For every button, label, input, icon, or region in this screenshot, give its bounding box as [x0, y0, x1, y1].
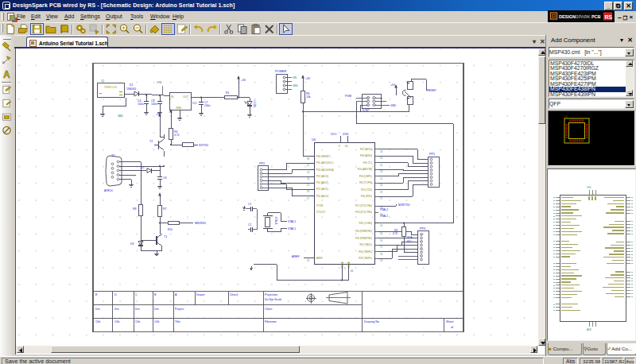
svg-text:18: 18	[380, 149, 382, 153]
svg-text:12: 12	[307, 164, 309, 167]
svg-text:4.7k: 4.7k	[174, 133, 180, 136]
svg-text:SCL: SCL	[407, 239, 412, 242]
svg-text:4.7k: 4.7k	[393, 231, 398, 234]
svg-text:P53 (AD13): P53 (AD13)	[316, 175, 328, 178]
svg-text:A: A	[3, 69, 10, 79]
svg-text:of: of	[451, 325, 453, 328]
svg-text:GND: GND	[293, 83, 299, 87]
svg-text:19: 19	[380, 190, 382, 193]
svg-text:R7: R7	[163, 207, 166, 210]
svg-text:RS: RS	[605, 14, 613, 20]
svg-text:IN: IN	[171, 95, 174, 98]
svg-text:AREF: AREF	[292, 254, 300, 258]
svg-text:Chk: Chk	[135, 319, 141, 323]
svg-text:58: 58	[307, 157, 309, 160]
svg-text:C8: C8	[163, 176, 166, 179]
svg-text:Do Not Scale: Do Not Scale	[265, 297, 281, 300]
svg-text:P02 (TOPN): P02 (TOPN)	[359, 181, 372, 184]
svg-text:DVCC: DVCC	[331, 132, 337, 135]
svg-text:P39 (TB2PL): P39 (TB2PL)	[359, 257, 372, 260]
svg-text:DESIGNSPARK PCB: DESIGNSPARK PCB	[559, 14, 601, 19]
svg-text:MIKRXD: MIKRXD	[195, 222, 206, 225]
svg-text:X2: X2	[101, 79, 104, 83]
svg-text:Drawing No.: Drawing No.	[364, 319, 380, 323]
svg-text:P60 (RESET): P60 (RESET)	[316, 154, 331, 157]
svg-text:GND: GND	[176, 106, 182, 109]
svg-text:SVTXD: SVTXD	[199, 143, 208, 146]
svg-text:D2: D2	[141, 165, 144, 168]
svg-text:D: D	[114, 292, 117, 296]
svg-text:R8: R8	[133, 207, 136, 210]
svg-text:17: 17	[307, 196, 309, 199]
svg-text:AREF: AREF	[316, 257, 323, 260]
svg-text:100u: 100u	[204, 103, 211, 106]
svg-text:XT1OUT: XT1OUT	[316, 211, 326, 214]
svg-text:XTAL1: XTAL1	[380, 215, 388, 218]
svg-text:B: B	[154, 292, 157, 296]
svg-text:16: 16	[380, 252, 382, 255]
svg-text:LED1: LED1	[253, 100, 256, 107]
svg-text:PP1: PP1	[429, 153, 435, 156]
svg-text:P41 (TB0/L): P41 (TB0/L)	[359, 243, 372, 246]
svg-text:P50 (AD10): P50 (AD10)	[316, 194, 328, 197]
svg-text:P55 (AD15/SCL): P55 (AD15/SCL)	[316, 161, 334, 165]
svg-text:Check: Check	[230, 292, 238, 296]
svg-text:Chk: Chk	[154, 319, 160, 323]
svg-text:MJRTXD: MJRTXD	[398, 203, 410, 206]
svg-text:C2: C2	[248, 223, 251, 227]
svg-text:P00 (RXD): P00 (RXD)	[361, 195, 372, 198]
svg-text:R10: R10	[168, 227, 173, 230]
svg-text:Chk: Chk	[114, 319, 120, 323]
svg-text:P56 (XT2L/TB1): P56 (XT2L/TB1)	[355, 211, 372, 214]
svg-text:12: 12	[380, 176, 382, 180]
svg-text:14: 14	[380, 259, 382, 262]
svg-text:OUT: OUT	[183, 95, 188, 98]
svg-text:Title: Title	[175, 319, 180, 323]
svg-text:XTAL1: XTAL1	[274, 216, 277, 224]
svg-text:P57 (XT2L/TB0): P57 (XT2L/TB0)	[355, 204, 372, 207]
svg-text:5: 5	[344, 266, 346, 269]
svg-text:PP3: PP3	[420, 227, 425, 230]
svg-text:RESET: RESET	[427, 89, 437, 92]
svg-text:P07 (ATX0): P07 (ATX0)	[360, 147, 372, 150]
svg-text:AVS: AVS	[587, 328, 591, 331]
svg-text:15: 15	[380, 163, 382, 166]
svg-text:Filename: Filename	[265, 319, 277, 323]
svg-text:15: 15	[307, 184, 309, 187]
svg-text:10: 10	[380, 232, 382, 235]
svg-text:P05 (TL): P05 (TL)	[363, 161, 372, 164]
svg-text:Projection: Projection	[265, 292, 277, 296]
svg-text:P51 (AD11): P51 (AD11)	[316, 188, 328, 191]
svg-text:Chk: Chk	[95, 319, 101, 323]
svg-text:T2: T2	[149, 139, 153, 142]
svg-text:+5V: +5V	[241, 78, 246, 81]
svg-text:IC2: IC2	[192, 101, 196, 104]
svg-text:XT1IN: XT1IN	[316, 204, 323, 207]
svg-text:Drn: Drn	[154, 307, 159, 310]
svg-text:P01 (TXD): P01 (TXD)	[361, 188, 372, 191]
svg-text:1N4004: 1N4004	[126, 87, 136, 90]
svg-text:A: A	[175, 292, 177, 296]
svg-text:13: 13	[307, 170, 309, 173]
svg-text:21: 21	[307, 259, 310, 262]
svg-text:17: 17	[380, 197, 382, 200]
svg-text:T1: T1	[164, 234, 167, 238]
svg-text:U4: U4	[312, 137, 316, 141]
svg-text:10k: 10k	[306, 95, 311, 98]
svg-text:C: C	[135, 292, 138, 296]
svg-text:100n: 100n	[151, 102, 157, 105]
svg-text:POWER: POWER	[275, 69, 287, 72]
svg-text:Client: Client	[265, 307, 272, 310]
svg-text:AVCC: AVCC	[340, 261, 343, 269]
svg-text:P40 (TB0PL): P40 (TB0PL)	[359, 250, 372, 253]
svg-text:14: 14	[307, 177, 309, 180]
svg-text:PWRCON: PWRCON	[104, 86, 117, 89]
svg-text:+5V: +5V	[156, 112, 161, 115]
svg-text:P03 (CMPL): P03 (CMPL)	[359, 174, 372, 177]
svg-text:19: 19	[380, 238, 382, 242]
svg-text:5V0: 5V0	[587, 186, 591, 189]
svg-text:Drn: Drn	[135, 307, 140, 310]
svg-text:DVSS: DVSS	[343, 132, 349, 135]
svg-text:64: 64	[345, 145, 348, 148]
svg-text:P54 (AD14/SDA): P54 (AD14/SDA)	[316, 168, 334, 171]
